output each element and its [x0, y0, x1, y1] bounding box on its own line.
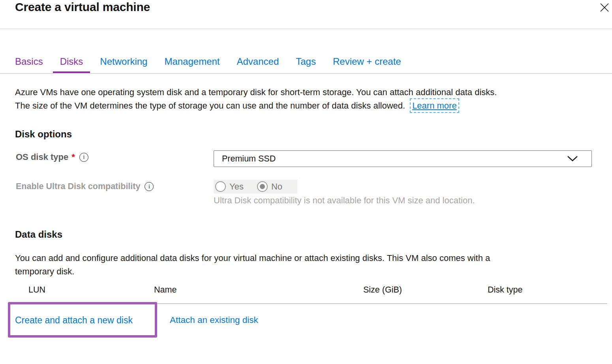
learn-more-link[interactable]: Learn more — [412, 101, 457, 111]
ultra-disk-radio-group: Yes No — [214, 180, 297, 193]
ultra-disk-radio-no[interactable]: No — [257, 181, 282, 192]
create-and-attach-new-disk-link[interactable]: Create and attach a new disk — [15, 315, 133, 326]
tab-disks[interactable]: Disks — [53, 55, 90, 68]
info-icon[interactable]: i — [79, 153, 88, 162]
tab-review-create[interactable]: Review + create — [326, 55, 408, 68]
tab-basics[interactable]: Basics — [8, 55, 50, 68]
disks-intro-text: Azure VMs have one operating system disk… — [15, 86, 595, 113]
tab-tags[interactable]: Tags — [289, 55, 323, 68]
radio-unselected-icon — [215, 181, 226, 192]
info-icon[interactable]: i — [145, 182, 154, 191]
tab-management[interactable]: Management — [157, 55, 227, 68]
disk-options-heading: Disk options — [15, 129, 72, 140]
os-disk-type-select[interactable]: Premium SSD — [214, 150, 592, 167]
page-title: Create a virtual machine — [15, 0, 150, 14]
tab-advanced[interactable]: Advanced — [230, 55, 286, 68]
os-disk-type-label-text: OS disk type — [16, 152, 68, 162]
radio-no-label: No — [271, 182, 282, 192]
radio-yes-label: Yes — [229, 182, 244, 192]
os-disk-type-value: Premium SSD — [222, 154, 567, 164]
data-disks-desc-line-1: You can add and configure additional dat… — [15, 253, 490, 263]
required-asterisk: * — [71, 152, 75, 162]
column-header-name: Name — [154, 285, 176, 295]
intro-line-1: Azure VMs have one operating system disk… — [15, 87, 497, 97]
close-icon — [599, 2, 610, 14]
ultra-disk-note: Ultra Disk compatibility is not availabl… — [214, 195, 475, 206]
os-disk-type-label: OS disk type * i — [16, 152, 88, 162]
intro-line-2: The size of the VM determines the type o… — [15, 101, 405, 111]
attach-existing-disk-link[interactable]: Attach an existing disk — [170, 315, 258, 325]
radio-selected-icon — [257, 181, 268, 192]
ultra-disk-label-text: Enable Ultra Disk compatibility — [16, 182, 140, 191]
ultra-disk-label: Enable Ultra Disk compatibility i — [16, 182, 154, 191]
chevron-down-icon — [567, 156, 578, 162]
close-button[interactable] — [598, 2, 611, 15]
data-disks-table-header: LUN Name Size (GiB) Disk type — [0, 285, 612, 297]
data-disks-heading: Data disks — [15, 229, 62, 240]
tabs-divider — [0, 73, 612, 74]
tab-networking[interactable]: Networking — [93, 55, 154, 68]
data-disks-description: You can add and configure additional dat… — [15, 251, 595, 278]
create-vm-dialog: Create a virtual machine Basics Disks Ne… — [0, 0, 612, 364]
column-header-size: Size (GiB) — [363, 285, 402, 295]
header-divider — [0, 28, 612, 29]
data-disks-desc-line-2: temporary disk. — [15, 266, 74, 276]
table-header-divider — [15, 303, 607, 304]
column-header-lun: LUN — [28, 285, 45, 295]
ultra-disk-radio-yes[interactable]: Yes — [215, 181, 244, 192]
column-header-disk-type: Disk type — [488, 285, 522, 295]
wizard-tabs: Basics Disks Networking Management Advan… — [8, 55, 408, 68]
